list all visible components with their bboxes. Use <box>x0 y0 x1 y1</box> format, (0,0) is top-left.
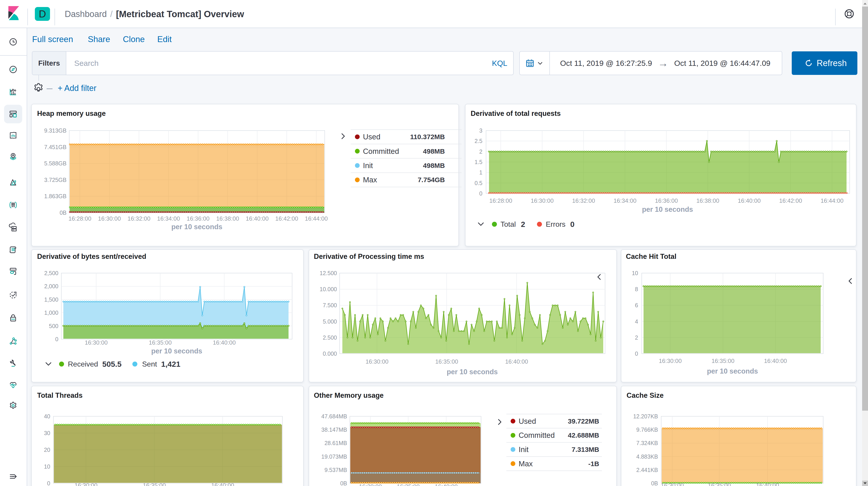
svg-text:16:30:00: 16:30:00 <box>98 215 121 222</box>
svg-text:2,500: 2,500 <box>44 270 58 276</box>
svg-text:16:32:00: 16:32:00 <box>572 197 595 204</box>
svg-text:per 10 seconds: per 10 seconds <box>642 206 693 213</box>
svg-text:16:40:00: 16:40:00 <box>505 358 528 365</box>
svg-text:16:40:00: 16:40:00 <box>738 197 761 204</box>
svg-text:Heap memory usage: Heap memory usage <box>37 110 106 117</box>
svg-text:19.073MB: 19.073MB <box>321 453 347 460</box>
svg-text:Cache Size: Cache Size <box>626 391 664 399</box>
svg-text:Derivative of Processing time: Derivative of Processing time ms <box>314 252 424 261</box>
svg-text:16:30:00: 16:30:00 <box>659 358 682 364</box>
svg-text:0: 0 <box>570 220 575 229</box>
svg-text:2.441KB: 2.441KB <box>636 467 658 473</box>
svg-text:Errors: Errors <box>546 220 565 228</box>
svg-text:0B: 0B <box>60 210 66 216</box>
svg-text:0.5: 0.5 <box>474 180 483 186</box>
svg-text:16:44:00: 16:44:00 <box>305 215 328 222</box>
svg-text:7.451GB: 7.451GB <box>44 144 66 150</box>
svg-text:110.372MB: 110.372MB <box>410 133 445 141</box>
svg-text:30: 30 <box>44 430 50 436</box>
svg-text:16:35:00: 16:35:00 <box>711 358 734 364</box>
svg-text:10: 10 <box>632 270 638 276</box>
svg-text:16:40:00: 16:40:00 <box>211 482 234 486</box>
svg-text:16:40:00: 16:40:00 <box>246 215 269 222</box>
svg-text:Max: Max <box>519 459 533 468</box>
svg-text:16:34:00: 16:34:00 <box>614 197 636 204</box>
svg-text:1.863GB: 1.863GB <box>44 193 66 199</box>
svg-text:16:44:00: 16:44:00 <box>820 197 843 204</box>
svg-text:38.147MB: 38.147MB <box>321 426 347 433</box>
svg-text:498MB: 498MB <box>423 148 445 155</box>
svg-text:42.688MB: 42.688MB <box>568 431 599 439</box>
svg-text:Derivative of bytes sent/recei: Derivative of bytes sent/received <box>37 252 146 261</box>
svg-text:0B: 0B <box>651 480 658 486</box>
svg-text:Used: Used <box>363 132 380 141</box>
svg-text:1.5: 1.5 <box>474 159 483 165</box>
svg-text:9.313GB: 9.313GB <box>44 127 66 134</box>
svg-text:per 10 seconds: per 10 seconds <box>707 367 758 375</box>
svg-text:9.766KB: 9.766KB <box>636 426 658 433</box>
svg-text:16:38:00: 16:38:00 <box>216 215 239 222</box>
svg-text:Max: Max <box>363 176 377 184</box>
svg-text:10.000: 10.000 <box>320 286 337 292</box>
svg-text:per 10 seconds: per 10 seconds <box>171 223 222 231</box>
svg-text:16:28:00: 16:28:00 <box>489 197 512 204</box>
svg-text:3.725GB: 3.725GB <box>44 177 66 183</box>
svg-text:16:40:00: 16:40:00 <box>213 339 236 346</box>
svg-text:500: 500 <box>49 323 58 329</box>
svg-text:7.754GB: 7.754GB <box>418 176 445 183</box>
svg-text:9.537MB: 9.537MB <box>324 467 347 473</box>
svg-text:16:38:00: 16:38:00 <box>696 197 719 204</box>
svg-text:505.5: 505.5 <box>102 360 122 368</box>
svg-text:per 10 seconds: per 10 seconds <box>447 368 498 376</box>
svg-text:40: 40 <box>44 413 50 420</box>
svg-text:16:35:00: 16:35:00 <box>435 358 458 365</box>
svg-text:Other Memory usage: Other Memory usage <box>314 391 383 399</box>
svg-text:0B: 0B <box>340 480 347 486</box>
svg-text:7.500: 7.500 <box>323 302 337 308</box>
svg-text:12.207KB: 12.207KB <box>633 413 658 420</box>
svg-text:0.000: 0.000 <box>323 351 337 357</box>
svg-text:Committed: Committed <box>363 147 399 155</box>
svg-text:0: 0 <box>635 351 638 357</box>
svg-text:4: 4 <box>635 318 638 325</box>
svg-text:7.313MB: 7.313MB <box>571 446 599 453</box>
svg-text:16:42:00: 16:42:00 <box>779 197 802 204</box>
svg-text:16:40:00: 16:40:00 <box>756 482 779 486</box>
svg-text:Sent: Sent <box>142 360 157 368</box>
svg-text:16:36:00: 16:36:00 <box>655 197 678 204</box>
svg-text:16:34:00: 16:34:00 <box>157 215 180 222</box>
svg-text:16:30:00: 16:30:00 <box>85 339 107 346</box>
svg-text:0: 0 <box>479 190 483 196</box>
svg-text:16:35:00: 16:35:00 <box>149 339 172 346</box>
svg-text:Init: Init <box>519 445 529 454</box>
svg-text:20: 20 <box>44 447 50 453</box>
svg-text:7.324KB: 7.324KB <box>636 440 658 446</box>
svg-text:5.588GB: 5.588GB <box>44 160 66 166</box>
svg-text:47.684MB: 47.684MB <box>321 413 347 420</box>
svg-text:1,500: 1,500 <box>44 296 58 303</box>
svg-text:16:30:00: 16:30:00 <box>531 197 554 204</box>
svg-text:0: 0 <box>55 336 58 342</box>
svg-text:2.500: 2.500 <box>323 334 337 341</box>
svg-text:3: 3 <box>479 127 483 134</box>
svg-text:0: 0 <box>47 480 50 486</box>
svg-text:8: 8 <box>635 286 638 292</box>
svg-text:Cache Hit Total: Cache Hit Total <box>626 252 676 261</box>
svg-text:16:42:00: 16:42:00 <box>275 215 298 222</box>
svg-text:6: 6 <box>635 302 638 308</box>
svg-text:10: 10 <box>44 463 50 470</box>
svg-text:16:36:00: 16:36:00 <box>187 215 210 222</box>
svg-text:Total: Total <box>500 220 516 228</box>
svg-text:2.5: 2.5 <box>474 138 483 144</box>
svg-text:498MB: 498MB <box>423 162 445 169</box>
svg-text:Derivative of total requests: Derivative of total requests <box>471 110 561 117</box>
svg-text:39.722MB: 39.722MB <box>568 418 599 425</box>
svg-text:16:30:00: 16:30:00 <box>661 482 684 486</box>
svg-text:28.61MB: 28.61MB <box>324 440 347 446</box>
svg-text:16:40:00: 16:40:00 <box>435 483 458 486</box>
svg-text:16:35:00: 16:35:00 <box>708 482 731 486</box>
svg-text:Received: Received <box>68 360 98 368</box>
svg-text:16:32:00: 16:32:00 <box>128 215 151 222</box>
svg-text:1,000: 1,000 <box>44 309 58 316</box>
svg-text:2,000: 2,000 <box>44 283 58 290</box>
